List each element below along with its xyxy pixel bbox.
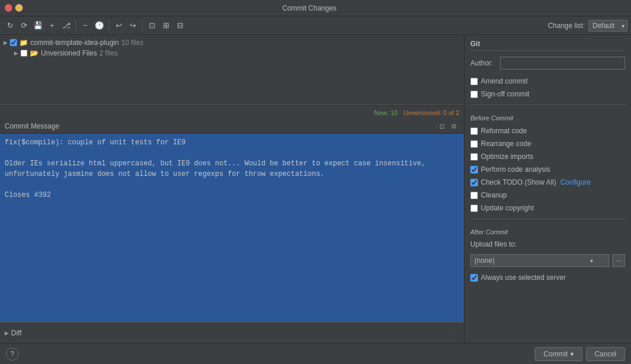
changelist-label: Change list:	[548, 22, 585, 30]
commit-button[interactable]: Commit ▾	[535, 347, 582, 361]
commit-message-section: Commit Message ⊡ ⚙	[0, 119, 464, 322]
perform-analysis-row: Perform code analysis	[470, 165, 625, 174]
amend-commit-label[interactable]: Amend commit	[481, 77, 528, 85]
bottom-bar: ? Commit ▾ Cancel	[0, 343, 631, 364]
tree-checkbox-plugin[interactable]	[10, 39, 17, 46]
divider-2	[470, 219, 625, 219]
commit-btn-label: Commit	[543, 350, 567, 358]
status-new: New: 10	[374, 109, 397, 116]
tree-count-unversioned: 2 files	[99, 49, 117, 57]
sign-off-label[interactable]: Sign-off commit	[481, 90, 529, 98]
update-copyright-row: Update copyright	[470, 203, 625, 213]
refresh-button[interactable]: ↻	[4, 19, 16, 32]
changelist-area: Change list: Default	[548, 20, 627, 32]
after-commit-header: After Commit	[470, 228, 625, 235]
history-button[interactable]: 🕐	[93, 19, 106, 32]
msg-action-btn-2[interactable]: ⚙	[449, 121, 459, 131]
tree-name-plugin: commit-template-idea-plugin	[30, 39, 119, 47]
upload-select[interactable]: (none)	[470, 254, 609, 267]
upload-select-wrap[interactable]: (none)	[470, 254, 609, 267]
diff-label: Diff	[11, 329, 22, 337]
status-unversioned: Unversioned: 0 of 2	[404, 109, 459, 116]
left-panel: ▶ 📁 commit-template-idea-plugin 10 files…	[0, 35, 464, 343]
cancel-button[interactable]: Cancel	[586, 347, 625, 361]
redo-button[interactable]: ↪	[126, 19, 139, 32]
git-title: Git	[470, 40, 625, 51]
bottom-actions: Commit ▾ Cancel	[535, 347, 625, 361]
save-button[interactable]: 💾	[32, 19, 44, 32]
move-button[interactable]: ⊡	[145, 19, 158, 32]
undo-button[interactable]: ↩	[112, 19, 125, 32]
close-button[interactable]	[5, 4, 12, 12]
msg-action-btn-1[interactable]: ⊡	[436, 121, 447, 131]
toolbar: ↻ ⟳ 💾 + ⎇ − 🕐 ↩ ↪ ⊡ ⊞ ⊟ Change list: Def…	[0, 16, 631, 35]
upload-select-row: (none) ···	[470, 254, 625, 267]
window-controls[interactable]	[5, 4, 23, 12]
check-todo-checkbox[interactable]	[470, 179, 478, 186]
reformat-code-checkbox[interactable]	[470, 127, 478, 135]
divider-1	[470, 105, 625, 105]
cleanup-row: Cleanup	[470, 190, 625, 200]
changelist-select[interactable]: Default	[588, 20, 627, 32]
commit-btn-arrow: ▾	[570, 350, 574, 358]
tree-name-unversioned: Unversioned Files	[41, 49, 97, 57]
delete-button[interactable]: −	[79, 19, 92, 32]
optimize-imports-checkbox[interactable]	[470, 153, 478, 161]
optimize-imports-label[interactable]: Optimize imports	[481, 152, 533, 161]
cleanup-checkbox[interactable]	[470, 192, 478, 199]
status-bar-inner: New: 10 Unversioned: 0 of 2	[0, 105, 464, 119]
commit-textarea[interactable]	[0, 134, 464, 322]
vcs-button[interactable]: ⎇	[60, 19, 72, 32]
main-layout: ▶ 📁 commit-template-idea-plugin 10 files…	[0, 35, 631, 343]
diff-section[interactable]: ▶ Diff · · ·	[0, 322, 464, 343]
cleanup-label[interactable]: Cleanup	[481, 191, 507, 199]
tree-checkbox-unversioned[interactable]	[20, 50, 27, 57]
always-use-server-checkbox[interactable]	[470, 274, 478, 282]
update-copyright-checkbox[interactable]	[470, 204, 478, 212]
folder-icon-plugin: 📁	[19, 39, 28, 47]
window-title: Commit Changes	[27, 4, 591, 12]
upload-dots-button[interactable]: ···	[612, 254, 625, 267]
sign-off-checkbox[interactable]	[470, 91, 478, 98]
help-button[interactable]: ?	[6, 348, 19, 360]
optimize-imports-row: Optimize imports	[470, 152, 625, 161]
always-use-server-row: Always use selected server	[470, 273, 625, 282]
reformat-code-label[interactable]: Reformat code	[481, 127, 527, 135]
rearrange-code-row: Rearrange code	[470, 139, 625, 148]
author-label: Author:	[470, 59, 497, 67]
perform-analysis-label[interactable]: Perform code analysis	[481, 165, 550, 174]
expand-arrow-plugin: ▶	[4, 40, 8, 46]
separator-3	[142, 20, 143, 31]
commit-message-actions: ⊡ ⚙	[436, 121, 459, 131]
check-todo-row: Check TODO (Show All) Configure	[470, 178, 625, 187]
upload-label: Upload files to:	[470, 240, 516, 248]
check-todo-label[interactable]: Check TODO (Show All)	[481, 178, 556, 186]
rearrange-code-label[interactable]: Rearrange code	[481, 140, 531, 148]
collapse-button[interactable]: ⊟	[174, 19, 186, 32]
configure-link[interactable]: Configure	[560, 178, 591, 186]
separator-2	[109, 20, 109, 31]
rollback-button[interactable]: ⟳	[18, 19, 30, 32]
update-copyright-label[interactable]: Update copyright	[481, 204, 534, 212]
always-use-server-label[interactable]: Always use selected server	[481, 273, 566, 282]
author-input[interactable]	[500, 57, 625, 70]
diff-dots: · · ·	[451, 330, 459, 336]
rearrange-code-checkbox[interactable]	[470, 140, 478, 148]
expand-button[interactable]: ⊞	[160, 19, 172, 32]
reformat-code-row: Reformat code	[470, 126, 625, 136]
amend-commit-checkbox[interactable]	[470, 78, 478, 85]
folder-icon-unversioned: 📂	[30, 49, 39, 57]
commit-message-title: Commit Message	[5, 122, 59, 130]
perform-analysis-checkbox[interactable]	[470, 166, 478, 174]
tree-item-unversioned[interactable]: ▶ 📂 Unversioned Files 2 files	[0, 48, 464, 58]
commit-message-header: Commit Message ⊡ ⚙	[0, 119, 464, 134]
changelist-dropdown-wrap[interactable]: Default	[588, 20, 627, 32]
before-commit-header: Before Commit	[470, 115, 625, 122]
tree-item-plugin[interactable]: ▶ 📁 commit-template-idea-plugin 10 files	[0, 37, 464, 48]
separator-1	[75, 20, 76, 31]
upload-row: Upload files to:	[470, 240, 625, 248]
minimize-button[interactable]	[15, 4, 23, 12]
sign-off-row: Sign-off commit	[470, 89, 625, 99]
author-row: Author:	[470, 57, 625, 70]
add-button[interactable]: +	[46, 19, 58, 32]
